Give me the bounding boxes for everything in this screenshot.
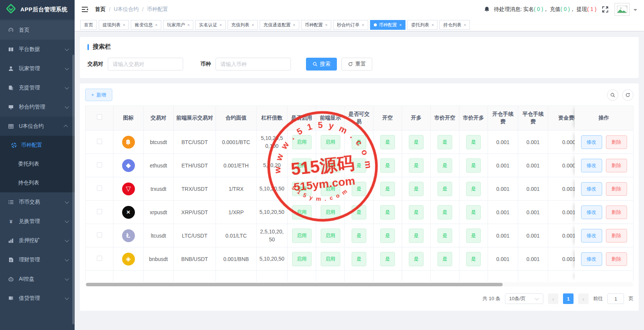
enabled-toggle[interactable]: 启用 bbox=[292, 229, 312, 243]
avatar[interactable] bbox=[615, 3, 630, 16]
market-open-long-toggle[interactable]: 是 bbox=[466, 158, 481, 173]
open-long-toggle[interactable]: 是 bbox=[409, 135, 424, 149]
sidebar-subitem[interactable]: 持仓列表 bbox=[0, 173, 75, 192]
open-long-toggle[interactable]: 是 bbox=[409, 158, 424, 173]
tradable-toggle[interactable]: 是 bbox=[352, 205, 366, 219]
market-open-long-toggle[interactable]: 是 bbox=[466, 229, 481, 243]
tab-item[interactable]: 首页 bbox=[80, 20, 97, 30]
front-show-toggle[interactable]: 启用 bbox=[321, 205, 340, 219]
open-long-toggle[interactable]: 是 bbox=[409, 252, 424, 266]
tab-item[interactable]: 持仓列表× bbox=[439, 20, 470, 30]
delete-button[interactable]: 删除 bbox=[606, 159, 627, 172]
fullscreen-icon[interactable] bbox=[602, 6, 609, 13]
sidebar-item[interactable]: U本位合约 bbox=[0, 117, 75, 136]
enabled-toggle[interactable]: 启用 bbox=[292, 252, 312, 266]
coin-input[interactable] bbox=[216, 58, 291, 71]
edit-button[interactable]: 修改 bbox=[581, 135, 602, 149]
sidebar-item[interactable]: 理财管理 bbox=[0, 250, 75, 269]
tab-item[interactable]: 充值通道配置× bbox=[260, 20, 299, 30]
open-long-toggle[interactable]: 是 bbox=[409, 229, 424, 243]
bell-icon[interactable] bbox=[483, 6, 490, 13]
open-long-toggle[interactable]: 是 bbox=[409, 182, 424, 196]
sidebar-item[interactable]: 借贷管理 bbox=[0, 289, 75, 308]
sidebar-item[interactable]: ¥兑换管理 bbox=[0, 212, 75, 231]
enabled-toggle[interactable]: 启用 bbox=[292, 182, 312, 196]
next-page-button[interactable]: › bbox=[578, 293, 589, 304]
open-short-toggle[interactable]: 是 bbox=[380, 135, 395, 149]
delete-button[interactable]: 删除 bbox=[606, 229, 627, 243]
pair-input[interactable] bbox=[108, 58, 183, 71]
row-checkbox[interactable] bbox=[97, 139, 102, 144]
tab-close-icon[interactable]: × bbox=[399, 23, 402, 27]
open-short-toggle[interactable]: 是 bbox=[380, 229, 395, 243]
tradable-toggle[interactable]: 是 bbox=[352, 158, 366, 173]
prev-page-button[interactable]: ‹ bbox=[548, 293, 558, 304]
market-open-short-toggle[interactable]: 是 bbox=[437, 158, 452, 173]
horizontal-scrollbar-thumb[interactable] bbox=[86, 283, 503, 286]
open-long-toggle[interactable]: 是 bbox=[409, 205, 424, 219]
tab-item[interactable]: 提现列表× bbox=[99, 20, 129, 30]
sidebar-fold-icon[interactable] bbox=[81, 5, 89, 14]
market-open-short-toggle[interactable]: 是 bbox=[437, 252, 452, 266]
edit-button[interactable]: 修改 bbox=[581, 229, 602, 243]
front-show-toggle[interactable]: 启用 bbox=[321, 135, 340, 149]
market-open-short-toggle[interactable]: 是 bbox=[437, 205, 452, 219]
sidebar-scrollbar[interactable] bbox=[72, 55, 74, 324]
tab-item[interactable]: 账变信息× bbox=[131, 20, 161, 30]
breadcrumb-item[interactable]: 首页 bbox=[95, 6, 106, 13]
sidebar-item[interactable]: 玩家管理 bbox=[0, 59, 75, 78]
edit-button[interactable]: 修改 bbox=[581, 206, 602, 219]
tradable-toggle[interactable]: 是 bbox=[352, 252, 366, 266]
sidebar-subitem[interactable]: 委托列表 bbox=[0, 155, 75, 173]
front-show-toggle[interactable]: 启用 bbox=[321, 182, 340, 196]
delete-button[interactable]: 删除 bbox=[606, 252, 627, 266]
front-show-toggle[interactable]: 启用 bbox=[321, 158, 340, 173]
market-open-short-toggle[interactable]: 是 bbox=[437, 182, 452, 196]
delete-button[interactable]: 删除 bbox=[606, 182, 627, 196]
tab-close-icon[interactable]: × bbox=[362, 23, 364, 27]
tab-item[interactable]: 实名认证× bbox=[195, 20, 225, 30]
sidebar-item[interactable]: 币币交易 bbox=[0, 192, 75, 212]
current-page-button[interactable]: 1 bbox=[563, 293, 574, 304]
tab-close-icon[interactable]: × bbox=[252, 23, 254, 27]
open-short-toggle[interactable]: 是 bbox=[380, 205, 395, 219]
tab-close-icon[interactable]: × bbox=[325, 23, 327, 27]
tab-item[interactable]: 玩家用户× bbox=[163, 20, 193, 30]
tab-active[interactable]: 币种配置× bbox=[370, 20, 405, 30]
edit-button[interactable]: 修改 bbox=[581, 182, 602, 196]
goto-page-input[interactable] bbox=[607, 293, 624, 304]
tradable-toggle[interactable]: 是 bbox=[352, 135, 366, 149]
tab-close-icon[interactable]: × bbox=[219, 23, 222, 27]
tab-item[interactable]: 充值列表× bbox=[228, 20, 258, 30]
delete-button[interactable]: 删除 bbox=[606, 206, 627, 219]
page-size-select[interactable]: 10条/页 bbox=[505, 293, 543, 304]
row-checkbox[interactable] bbox=[97, 186, 102, 191]
tradable-toggle[interactable]: 是 bbox=[352, 229, 366, 243]
enabled-toggle[interactable]: 启用 bbox=[292, 158, 312, 173]
tab-close-icon[interactable]: × bbox=[187, 23, 190, 27]
row-checkbox[interactable] bbox=[97, 232, 102, 238]
table-search-icon[interactable] bbox=[607, 89, 618, 101]
row-checkbox[interactable] bbox=[97, 256, 102, 261]
table-refresh-icon[interactable] bbox=[622, 89, 633, 101]
tab-close-icon[interactable]: × bbox=[293, 23, 295, 27]
tab-item[interactable]: 币种配置× bbox=[301, 20, 331, 30]
enabled-toggle[interactable]: 启用 bbox=[292, 135, 312, 149]
open-short-toggle[interactable]: 是 bbox=[380, 252, 395, 266]
tab-close-icon[interactable]: × bbox=[123, 23, 125, 27]
market-open-long-toggle[interactable]: 是 bbox=[466, 205, 481, 219]
avatar-caret-icon[interactable] bbox=[633, 9, 637, 13]
open-short-toggle[interactable]: 是 bbox=[380, 182, 395, 196]
edit-button[interactable]: 修改 bbox=[581, 159, 602, 172]
search-button[interactable]: 搜索 bbox=[306, 58, 337, 71]
edit-button[interactable]: 修改 bbox=[581, 252, 602, 266]
market-open-short-toggle[interactable]: 是 bbox=[437, 135, 452, 149]
tab-item[interactable]: 委托列表× bbox=[407, 20, 437, 30]
sidebar-item[interactable]: 首页 bbox=[0, 20, 75, 40]
market-open-long-toggle[interactable]: 是 bbox=[466, 135, 481, 149]
add-button[interactable]: + 新增 bbox=[85, 89, 112, 101]
sidebar-item[interactable]: 充提管理 bbox=[0, 78, 75, 97]
market-open-long-toggle[interactable]: 是 bbox=[466, 182, 481, 196]
open-short-toggle[interactable]: 是 bbox=[380, 158, 395, 173]
sidebar-item[interactable]: 质押挖矿 bbox=[0, 231, 75, 250]
